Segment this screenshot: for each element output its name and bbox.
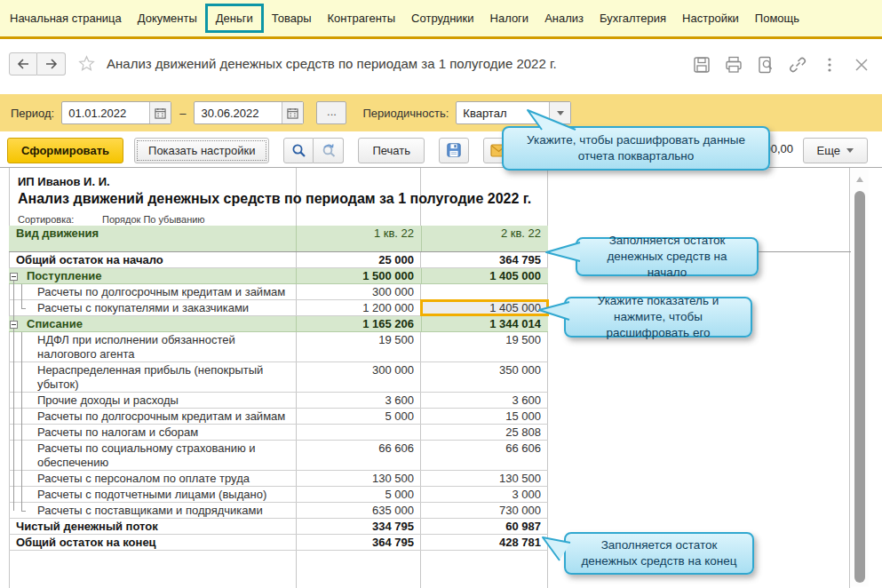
cell-q1[interactable]: 1 165 206: [296, 316, 421, 331]
cell-q2[interactable]: 3 600: [421, 393, 548, 408]
cell-q2[interactable]: 428 781: [421, 535, 548, 550]
search-button[interactable]: [283, 138, 314, 163]
callout-quarterly: Укажите, чтобы расшифровать данные отчет…: [502, 126, 770, 171]
sort-label: Сортировка:: [18, 214, 74, 225]
generate-button[interactable]: Сформировать: [7, 138, 123, 163]
row-label[interactable]: Расчеты по долгосрочным кредитам и займа…: [9, 409, 296, 424]
row-label[interactable]: Общий остаток на конец: [9, 535, 296, 550]
row-label[interactable]: Расчеты с подотчетными лицами (выдано): [9, 487, 296, 502]
row-label[interactable]: Списание: [9, 316, 296, 331]
cell-q2[interactable]: 130 500: [421, 471, 548, 486]
cell-q2[interactable]: 60 987: [421, 519, 548, 534]
menu-item-документы[interactable]: Документы: [130, 12, 205, 25]
callout-tail: [544, 239, 581, 264]
column-header-q2[interactable]: 2 кв. 22: [421, 226, 548, 251]
cell-q2[interactable]: 19 500: [421, 332, 548, 362]
row-label[interactable]: Чистый денежный поток: [9, 519, 296, 534]
cell-q1[interactable]: 25 000: [296, 252, 421, 267]
save-icon[interactable]: [692, 55, 711, 75]
cell-q2[interactable]: 1 405 000: [421, 300, 548, 315]
menu-item-сотрудники[interactable]: Сотрудники: [403, 12, 481, 25]
cell-q2[interactable]: 3 000: [421, 487, 548, 502]
cell-q1[interactable]: 334 795: [296, 519, 421, 534]
cell-q1[interactable]: 130 500: [296, 471, 421, 486]
cell-q1[interactable]: 19 500: [296, 332, 421, 362]
row-label[interactable]: Расчеты с поставщиками и подрядчиками: [9, 503, 296, 518]
menu-item-начальная-страница[interactable]: Начальная страница: [2, 12, 130, 25]
cell-q1[interactable]: [296, 425, 421, 440]
row-label[interactable]: Расчеты по налогам и сборам: [9, 425, 296, 440]
period-options-button[interactable]: ...: [316, 101, 346, 124]
cell-q2[interactable]: 350 000: [421, 362, 548, 392]
row-label[interactable]: Прочие доходы и расходы: [9, 393, 296, 408]
cell-q1[interactable]: 1 500 000: [296, 268, 421, 283]
cell-q2[interactable]: 66 606: [421, 441, 548, 470]
cell-q1[interactable]: 635 000: [296, 503, 421, 518]
vertical-scrollbar[interactable]: [851, 170, 869, 586]
collapse-group-button[interactable]: [10, 321, 18, 329]
link-icon[interactable]: [788, 55, 807, 75]
table-row: Расчеты с подотчетными лицами (выдано)5 …: [9, 487, 548, 503]
row-label[interactable]: Расчеты с персоналом по оплате труда: [9, 471, 296, 486]
menu-item-анализ[interactable]: Анализ: [536, 12, 592, 25]
menu-item-настройки[interactable]: Настройки: [674, 12, 747, 25]
date-to-field[interactable]: 30.06.2022: [194, 101, 304, 124]
menu-item-товары[interactable]: Товары: [264, 12, 320, 25]
report-area: ИП Иванов И. И. Анализ движений денежных…: [0, 167, 882, 588]
report-title: Анализ движений денежных средств по пери…: [18, 191, 531, 207]
menu-item-помощь[interactable]: Помощь: [747, 12, 807, 25]
forward-button[interactable]: [37, 52, 66, 75]
column-header-q1[interactable]: 1 кв. 22: [296, 226, 421, 251]
cell-q1[interactable]: 5 000: [296, 487, 421, 502]
table-row: Расчеты по налогам и сборам25 808: [9, 425, 548, 441]
more-dots-icon[interactable]: [820, 55, 839, 75]
cell-q2[interactable]: 730 000: [421, 503, 548, 518]
scroll-up-arrow-icon[interactable]: [856, 177, 863, 182]
cell-q1[interactable]: 300 000: [296, 362, 421, 392]
cell-q1[interactable]: 3 600: [296, 393, 421, 408]
row-label[interactable]: Общий остаток на начало: [9, 252, 296, 267]
column-header-kind[interactable]: Вид движения: [9, 226, 296, 251]
table-row: Общий остаток на конец364 795428 781: [9, 535, 548, 551]
cell-q1[interactable]: 66 606: [296, 441, 421, 470]
show-settings-button[interactable]: Показать настройки: [134, 138, 269, 163]
row-label[interactable]: Нераспределенная прибыль (непокрытый убы…: [9, 362, 296, 392]
cell-q1[interactable]: 364 795: [296, 535, 421, 550]
cell-q2[interactable]: 1 405 000: [421, 268, 548, 283]
cell-q2[interactable]: 25 808: [421, 425, 548, 440]
preview-icon[interactable]: [756, 55, 775, 75]
row-label[interactable]: Расчеты по социальному страхованию и обе…: [9, 441, 296, 470]
repeat-search-button[interactable]: [314, 138, 344, 163]
row-label[interactable]: Поступление: [9, 268, 296, 283]
report-org-name: ИП Иванов И. И.: [18, 175, 110, 188]
menu-item-деньги[interactable]: Деньги: [205, 4, 264, 33]
row-label[interactable]: Расчеты с покупателями и заказчиками: [9, 300, 296, 315]
cell-q2[interactable]: 1 344 014: [421, 316, 548, 331]
cell-q1[interactable]: 5 000: [296, 409, 421, 424]
scrollbar-thumb[interactable]: [854, 191, 865, 583]
calendar-button[interactable]: [282, 102, 303, 123]
print-icon[interactable]: [724, 55, 743, 75]
back-button[interactable]: [9, 52, 37, 75]
table-row: Расчеты с покупателями и заказчиками1 20…: [9, 300, 548, 316]
cell-q1[interactable]: 300 000: [296, 284, 421, 299]
date-from-field[interactable]: 01.01.2022: [61, 101, 171, 124]
row-label[interactable]: Расчеты по долгосрочным кредитам и займа…: [9, 284, 296, 299]
more-button[interactable]: Еще: [803, 138, 868, 163]
cell-q2[interactable]: 15 000: [421, 409, 548, 424]
close-icon[interactable]: [852, 55, 871, 75]
print-button[interactable]: Печать: [358, 138, 425, 163]
menu-item-бухгалтерия[interactable]: Бухгалтерия: [592, 12, 674, 25]
favorite-star-icon[interactable]: [78, 55, 95, 72]
cell-q1[interactable]: 1 200 000: [296, 300, 421, 315]
save-report-button[interactable]: [439, 138, 469, 163]
cell-q2[interactable]: [421, 284, 548, 299]
menu-item-контрагенты[interactable]: Контрагенты: [320, 12, 404, 25]
cell-q2[interactable]: 364 795: [421, 252, 548, 267]
collapse-group-button[interactable]: [10, 273, 18, 281]
menu-item-налоги[interactable]: Налоги: [482, 12, 537, 25]
date-from-value[interactable]: 01.01.2022: [62, 107, 149, 120]
calendar-button[interactable]: [149, 102, 171, 123]
row-label[interactable]: НДФЛ при исполнении обязанностей налогов…: [9, 332, 296, 362]
date-to-value[interactable]: 30.06.2022: [195, 107, 282, 120]
